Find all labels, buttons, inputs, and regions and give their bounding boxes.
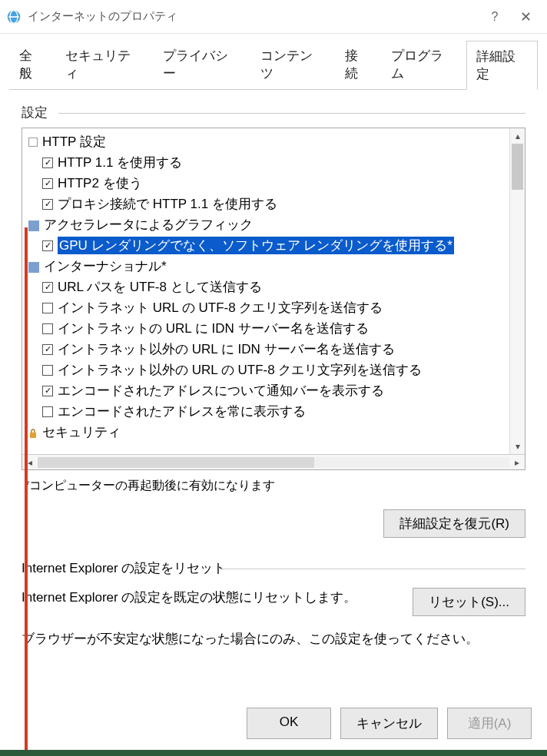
checkbox[interactable] bbox=[42, 178, 53, 189]
tab-1[interactable]: セキュリティ bbox=[55, 40, 153, 89]
tree-category[interactable]: セキュリティ bbox=[24, 422, 523, 443]
reset-button[interactable]: リセット(S)... bbox=[413, 588, 525, 616]
svg-rect-3 bbox=[28, 262, 39, 273]
tree-label: セキュリティ bbox=[42, 423, 121, 441]
checkbox[interactable] bbox=[42, 199, 53, 210]
tree-category[interactable]: アクセラレータによるグラフィック bbox=[24, 214, 523, 235]
tree-item[interactable]: イントラネット URL の UTF-8 クエリ文字列を送信する bbox=[24, 297, 523, 318]
tree-label: イントラネット URL の UTF-8 クエリ文字列を送信する bbox=[58, 299, 383, 317]
tree-label: GPU レンダリングでなく、ソフトウェア レンダリングを使用する* bbox=[58, 237, 454, 254]
tree-label: プロキシ接続で HTTP 1.1 を使用する bbox=[58, 195, 277, 213]
reset-title-text: Internet Explorer の設定をリセット bbox=[22, 561, 226, 575]
checkbox[interactable] bbox=[42, 303, 53, 313]
category-icon bbox=[28, 220, 39, 230]
tree-label: HTTP 1.1 を使用する bbox=[58, 154, 182, 171]
tab-strip: 全般セキュリティプライバシーコンテンツ接続プログラム詳細設定 bbox=[9, 40, 538, 90]
tree-label: エンコードされたアドレスについて通知バーを表示する bbox=[58, 382, 384, 400]
checkbox[interactable] bbox=[42, 323, 53, 334]
tree-item[interactable]: エンコードされたアドレスについて通知バーを表示する bbox=[24, 380, 523, 401]
tab-4[interactable]: 接続 bbox=[335, 40, 381, 89]
restore-row: 詳細設定を復元(R) bbox=[22, 509, 525, 538]
tab-3[interactable]: コンテンツ bbox=[250, 40, 335, 89]
hscroll-thumb[interactable] bbox=[38, 457, 314, 468]
ok-button[interactable]: OK bbox=[247, 708, 331, 739]
reset-description: Internet Explorer の設定を既定の状態にリセットします。 bbox=[22, 588, 397, 608]
restart-note: *コンピューターの再起動後に有効になります bbox=[25, 478, 525, 494]
cancel-button[interactable]: キャンセル bbox=[340, 708, 438, 739]
checkbox[interactable] bbox=[42, 282, 53, 293]
reset-divider bbox=[221, 569, 525, 569]
annotation-line bbox=[25, 227, 28, 756]
tab-5[interactable]: プログラム bbox=[381, 40, 466, 89]
reset-row: Internet Explorer の設定を既定の状態にリセットします。 リセッ… bbox=[22, 588, 525, 616]
checkbox[interactable] bbox=[42, 344, 53, 355]
scroll-up-arrow[interactable]: ▴ bbox=[510, 128, 525, 144]
scroll-down-arrow[interactable]: ▾ bbox=[510, 439, 525, 454]
scroll-right-arrow[interactable]: ▸ bbox=[509, 457, 525, 468]
ie-icon bbox=[6, 9, 22, 25]
restore-button[interactable]: 詳細設定を復元(R) bbox=[383, 509, 525, 538]
settings-group: 設定 HTTP 設定HTTP 1.1 を使用するHTTP2 を使うプロキシ接続で… bbox=[22, 104, 525, 538]
tree-item[interactable]: イントラネットの URL に IDN サーバー名を送信する bbox=[24, 318, 523, 339]
reset-group-title: Internet Explorer の設定をリセット bbox=[22, 559, 525, 577]
tree-label: アクセラレータによるグラフィック bbox=[44, 216, 253, 234]
settings-tree[interactable]: HTTP 設定HTTP 1.1 を使用するHTTP2 を使うプロキシ接続で HT… bbox=[22, 128, 525, 454]
close-button[interactable]: ✕ bbox=[510, 0, 541, 34]
vscroll-thumb[interactable] bbox=[512, 144, 523, 190]
horizontal-scrollbar[interactable]: ◂ ▸ bbox=[22, 454, 525, 469]
window-title: インターネットのプロパティ bbox=[28, 9, 479, 24]
tree-item[interactable]: イントラネット以外の URL に IDN サーバー名を送信する bbox=[24, 339, 523, 360]
properties-dialog: インターネットのプロパティ ? ✕ 全般セキュリティプライバシーコンテンツ接続プ… bbox=[0, 0, 547, 756]
tree-item[interactable]: URL パスを UTF-8 として送信する bbox=[24, 277, 523, 297]
checkbox[interactable] bbox=[42, 365, 53, 376]
tree-item[interactable]: エンコードされたアドレスを常に表示する bbox=[24, 401, 523, 422]
tree-item[interactable]: HTTP2 を使う bbox=[24, 173, 523, 194]
tree-item[interactable]: HTTP 1.1 を使用する bbox=[24, 152, 523, 173]
tab-2[interactable]: プライバシー bbox=[153, 40, 250, 89]
reset-group: Internet Explorer の設定をリセット Internet Expl… bbox=[22, 559, 525, 648]
tab-content: 設定 HTTP 設定HTTP 1.1 を使用するHTTP2 を使うプロキシ接続で… bbox=[0, 90, 547, 658]
tree-item[interactable]: イントラネット以外の URL の UTF-8 クエリ文字列を送信する bbox=[24, 360, 523, 380]
tree-label: エンコードされたアドレスを常に表示する bbox=[58, 403, 306, 420]
tree-item[interactable]: プロキシ接続で HTTP 1.1 を使用する bbox=[24, 194, 523, 214]
settings-label: 設定 bbox=[22, 105, 48, 120]
lock-icon bbox=[28, 427, 38, 438]
reset-tip: ブラウザーが不安定な状態になった場合にのみ、この設定を使ってください。 bbox=[22, 630, 525, 648]
checkbox[interactable] bbox=[42, 158, 53, 168]
category-icon bbox=[28, 261, 39, 272]
dialog-buttons: OK キャンセル 適用(A) bbox=[247, 708, 532, 739]
tree-label: イントラネット以外の URL の UTF-8 クエリ文字列を送信する bbox=[58, 361, 422, 379]
help-button[interactable]: ? bbox=[479, 0, 510, 34]
bottom-strip bbox=[0, 750, 547, 756]
tab-6[interactable]: 詳細設定 bbox=[466, 41, 538, 90]
hscroll-track[interactable] bbox=[38, 457, 509, 468]
svg-rect-4 bbox=[30, 433, 36, 438]
tree-label: インターナショナル* bbox=[44, 257, 167, 275]
tree-category[interactable]: HTTP 設定 bbox=[24, 131, 523, 152]
checkbox[interactable] bbox=[42, 240, 53, 251]
tree-item[interactable]: GPU レンダリングでなく、ソフトウェア レンダリングを使用する* bbox=[24, 235, 523, 256]
vscroll-track[interactable] bbox=[510, 144, 525, 439]
tab-0[interactable]: 全般 bbox=[9, 40, 55, 89]
group-divider bbox=[58, 113, 525, 114]
settings-group-title: 設定 bbox=[22, 104, 525, 121]
settings-listbox: HTTP 設定HTTP 1.1 を使用するHTTP2 を使うプロキシ接続で HT… bbox=[22, 128, 525, 470]
tree-label: イントラネットの URL に IDN サーバー名を送信する bbox=[58, 320, 369, 337]
tree-label: HTTP2 を使う bbox=[58, 174, 142, 192]
apply-button[interactable]: 適用(A) bbox=[447, 708, 532, 739]
checkbox[interactable] bbox=[42, 386, 53, 396]
tree-category[interactable]: インターナショナル* bbox=[24, 256, 523, 277]
doc-icon bbox=[28, 138, 38, 147]
tree-label: URL パスを UTF-8 として送信する bbox=[58, 278, 262, 296]
svg-rect-2 bbox=[28, 220, 39, 231]
checkbox[interactable] bbox=[42, 406, 53, 417]
tree-label: HTTP 設定 bbox=[42, 133, 106, 151]
tree-label: イントラネット以外の URL に IDN サーバー名を送信する bbox=[58, 340, 395, 358]
titlebar: インターネットのプロパティ ? ✕ bbox=[0, 0, 547, 34]
vertical-scrollbar[interactable]: ▴ ▾ bbox=[509, 128, 525, 454]
